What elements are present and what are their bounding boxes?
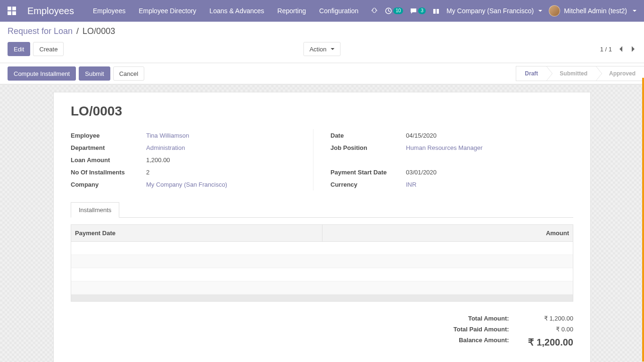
value-job-position[interactable]: Human Resources Manager <box>406 144 483 151</box>
gift-icon[interactable] <box>432 7 440 15</box>
value-company[interactable]: My Company (San Francisco) <box>146 181 227 188</box>
value-currency[interactable]: INR <box>406 181 416 188</box>
table-row <box>71 268 573 281</box>
cancel-button[interactable]: Cancel <box>113 66 144 81</box>
label-loan-amount: Loan Amount <box>71 156 146 164</box>
statusbar: Compute Installment Submit Cancel Draft … <box>0 63 644 84</box>
label-payment-start: Payment Start Date <box>330 169 406 176</box>
total-amount-label: Total Amount: <box>454 315 509 322</box>
user-menu[interactable]: Mitchell Admin (test2) <box>549 5 636 16</box>
pager-text: 1 / 1 <box>600 46 612 53</box>
company-selector[interactable]: My Company (San Francisco) <box>446 7 542 15</box>
stage-approved[interactable]: Approved <box>596 66 644 81</box>
messages-count: 3 <box>418 8 426 14</box>
activities-icon[interactable]: 10 <box>385 7 403 15</box>
messages-icon[interactable]: 3 <box>410 7 426 15</box>
stage-draft[interactable]: Draft <box>516 66 546 81</box>
company-label: My Company (San Francisco) <box>446 7 534 15</box>
chevron-down-icon <box>633 10 636 12</box>
svg-rect-3 <box>436 9 437 14</box>
apps-icon[interactable] <box>8 7 16 15</box>
avatar <box>549 5 560 16</box>
action-dropdown[interactable]: Action <box>303 42 340 56</box>
table-row <box>71 255 573 268</box>
label-job-position: Job Position <box>330 144 406 151</box>
pager-prev[interactable] <box>618 45 625 53</box>
value-installments: 2 <box>146 169 149 176</box>
create-button[interactable]: Create <box>33 42 64 56</box>
label-department: Department <box>71 144 146 151</box>
chevron-down-icon <box>538 10 542 12</box>
total-paid-value: ₹ 0.00 <box>528 326 573 333</box>
chevron-down-icon <box>331 48 335 50</box>
user-label: Mitchell Admin (test2) <box>564 7 627 15</box>
navbar: Employees Employees Employee Directory L… <box>0 0 644 22</box>
col-payment-date: Payment Date <box>71 225 322 242</box>
tab-installments[interactable]: Installments <box>71 202 119 218</box>
activities-count: 10 <box>393 8 403 14</box>
label-installments: No Of Installments <box>71 169 146 176</box>
control-panel: Request for Loan / LO/0003 Edit Create A… <box>0 22 644 63</box>
total-paid-label: Total Paid Amount: <box>454 326 509 333</box>
value-date: 04/15/2020 <box>406 132 437 139</box>
submit-button[interactable]: Submit <box>79 66 110 81</box>
value-department[interactable]: Administration <box>146 144 185 151</box>
label-date: Date <box>330 132 406 139</box>
scroll-indicator <box>642 78 644 362</box>
status-stages: Draft Submitted Approved <box>516 66 644 81</box>
nav-employee-directory[interactable]: Employee Directory <box>139 7 196 15</box>
nav-reporting[interactable]: Reporting <box>277 7 306 15</box>
pager-next[interactable] <box>629 45 636 53</box>
value-employee[interactable]: Tina Williamson <box>146 132 189 139</box>
nav-employees[interactable]: Employees <box>93 7 125 15</box>
nav-configuration[interactable]: Configuration <box>319 7 358 15</box>
col-amount: Amount <box>322 225 573 242</box>
breadcrumb-parent[interactable]: Request for Loan <box>8 26 73 36</box>
pager: 1 / 1 <box>600 45 636 53</box>
installments-table: Payment Date Amount <box>71 224 573 302</box>
label-company: Company <box>71 181 146 188</box>
table-row <box>71 242 573 255</box>
breadcrumb-sep: / <box>76 26 79 36</box>
brand-label: Employees <box>27 6 74 16</box>
stage-submitted[interactable]: Submitted <box>546 66 596 81</box>
edit-button[interactable]: Edit <box>8 42 30 56</box>
value-loan-amount: 1,200.00 <box>146 156 170 164</box>
debug-icon[interactable] <box>371 7 378 15</box>
breadcrumb-current: LO/0003 <box>83 26 115 36</box>
breadcrumb: Request for Loan / LO/0003 <box>8 26 636 36</box>
form-sheet: LO/0003 Employee Tina Williamson Departm… <box>53 92 591 362</box>
value-payment-start: 03/01/2020 <box>406 169 437 176</box>
total-amount-value: ₹ 1,200.00 <box>528 315 573 322</box>
record-title: LO/0003 <box>71 104 573 119</box>
totals: Total Amount: ₹ 1,200.00 Total Paid Amou… <box>71 315 573 348</box>
action-label: Action <box>309 46 326 53</box>
balance-value: ₹ 1,200.00 <box>528 337 573 348</box>
label-currency: Currency <box>330 181 406 188</box>
balance-label: Balance Amount: <box>454 337 509 348</box>
table-row <box>71 281 573 295</box>
label-employee: Employee <box>71 132 146 139</box>
nav-loans-advances[interactable]: Loans & Advances <box>209 7 264 15</box>
nav-menu: Employees Employee Directory Loans & Adv… <box>93 7 358 15</box>
compute-installment-button[interactable]: Compute Installment <box>8 66 76 81</box>
